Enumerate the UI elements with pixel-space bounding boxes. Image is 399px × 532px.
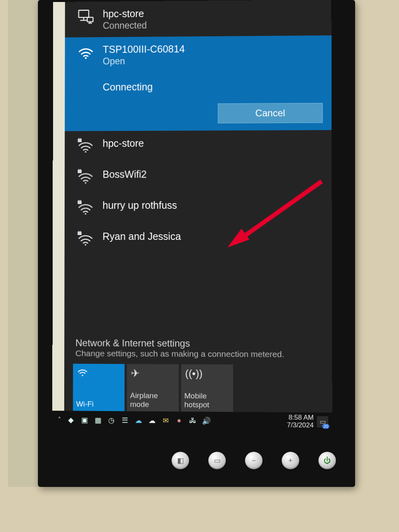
taskbar-app-2[interactable]: ▣ bbox=[79, 415, 90, 425]
svg-point-9 bbox=[85, 182, 87, 184]
wifi-tile[interactable]: Wi-Fi bbox=[73, 364, 124, 411]
action-center-button[interactable]: ▭ 20 bbox=[317, 416, 328, 427]
svg-point-7 bbox=[85, 151, 87, 153]
monitor-button-up: + bbox=[282, 452, 299, 469]
notification-count: 20 bbox=[322, 424, 330, 429]
hotspot-tile-label: Mobile hotspot bbox=[184, 392, 230, 409]
wifi-secured-icon bbox=[76, 137, 96, 156]
monitor-button-power: ⏻ bbox=[318, 452, 336, 469]
airplane-icon: ✈ bbox=[131, 367, 140, 380]
svg-point-15 bbox=[82, 375, 83, 376]
monitor-button-auto: ▭ bbox=[208, 452, 226, 469]
selected-wifi-state: Connecting bbox=[65, 80, 331, 93]
network-settings-title: Network & Internet settings bbox=[75, 337, 321, 350]
clock-date: 7/3/2024 bbox=[287, 421, 314, 429]
taskbar-app-cloud[interactable]: ☁ bbox=[147, 415, 157, 425]
wifi-secured-icon bbox=[76, 199, 96, 218]
wifi-network-name: hurry up rothfuss bbox=[103, 199, 320, 212]
tray-overflow-chevron-icon[interactable]: ˄ bbox=[56, 416, 63, 423]
ethernet-icon bbox=[76, 8, 95, 27]
wifi-tile-label: Wi-Fi bbox=[76, 399, 121, 409]
wifi-icon bbox=[77, 367, 88, 380]
hotspot-icon: ((•)) bbox=[185, 368, 203, 380]
airplane-mode-tile[interactable]: ✈ Airplane mode bbox=[127, 364, 179, 411]
tray-network-icon[interactable]: 🖧 bbox=[188, 415, 198, 426]
physical-monitor-buttons: ◧ ▭ − + ⏻ bbox=[172, 452, 336, 469]
taskbar-app-3[interactable]: ▦ bbox=[93, 415, 103, 425]
taskbar-clock[interactable]: 8:58 AM 7/3/2024 bbox=[287, 414, 314, 429]
selected-wifi-row[interactable]: TSP100III-C60814 Open bbox=[65, 36, 332, 73]
ethernet-status: Connected bbox=[103, 18, 320, 32]
svg-point-13 bbox=[85, 244, 86, 245]
taskbar-app-mail[interactable]: ✉ bbox=[160, 415, 171, 425]
wifi-network-name: BossWifi2 bbox=[103, 168, 320, 181]
monitor-button-menu: ◧ bbox=[172, 452, 189, 469]
taskbar-app-1[interactable]: ◆ bbox=[66, 415, 76, 425]
svg-rect-3 bbox=[87, 18, 93, 22]
wifi-secured-icon bbox=[75, 230, 95, 249]
airplane-tile-label: Airplane mode bbox=[130, 391, 176, 409]
monitor-button-down: − bbox=[245, 452, 263, 469]
taskbar-app-5[interactable]: ☰ bbox=[120, 415, 130, 425]
taskbar-app-onedrive[interactable]: ☁ bbox=[133, 415, 144, 425]
wifi-network-row[interactable]: Ryan and Jessica bbox=[65, 224, 332, 255]
taskbar: ˄ ◆ ▣ ▦ ◷ ☰ ☁ ☁ ✉ ● 🖧 🔊 8:58 AM 7/3/2024… bbox=[52, 411, 332, 431]
clock-time: 8:58 AM bbox=[287, 414, 314, 421]
network-settings-link[interactable]: Network & Internet settings Change setti… bbox=[64, 330, 332, 362]
wifi-open-icon bbox=[76, 44, 95, 63]
desktop-background-strip bbox=[52, 2, 65, 429]
ethernet-name: hpc-store bbox=[103, 6, 320, 20]
wifi-network-name: Ryan and Jessica bbox=[103, 230, 321, 243]
wifi-network-row[interactable]: hpc-store bbox=[65, 130, 332, 162]
svg-point-6 bbox=[85, 57, 87, 59]
wifi-network-row[interactable]: hurry up rothfuss bbox=[65, 192, 332, 224]
tray-volume-icon[interactable]: 🔊 bbox=[201, 415, 211, 426]
network-flyout: hpc-store Connected bbox=[64, 0, 332, 413]
quick-action-tiles: Wi-Fi ✈ Airplane mode ((•)) Mobile hotsp… bbox=[64, 361, 332, 413]
mobile-hotspot-tile[interactable]: ((•)) Mobile hotspot bbox=[181, 364, 233, 412]
wifi-secured-icon bbox=[76, 168, 96, 188]
selected-wifi-security: Open bbox=[103, 54, 320, 67]
svg-rect-0 bbox=[79, 10, 89, 18]
taskbar-app-4[interactable]: ◷ bbox=[106, 415, 117, 425]
wifi-network-name: hpc-store bbox=[103, 136, 320, 150]
ethernet-connection-row[interactable]: hpc-store Connected bbox=[65, 0, 332, 38]
svg-point-11 bbox=[85, 213, 86, 215]
cancel-button[interactable]: Cancel bbox=[218, 103, 323, 123]
selected-wifi-name: TSP100III-C60814 bbox=[103, 42, 320, 56]
screen-area: hpc-store Connected bbox=[52, 0, 332, 431]
available-networks-list: hpc-storeBossWifi2hurry up rothfussRyan … bbox=[65, 130, 332, 255]
network-settings-subtitle: Change settings, such as making a connec… bbox=[75, 348, 321, 359]
selected-wifi-block: TSP100III-C60814 Open Connecting Cancel bbox=[65, 36, 332, 131]
wifi-network-row[interactable]: BossWifi2 bbox=[65, 161, 332, 193]
taskbar-app-disc[interactable]: ● bbox=[174, 415, 184, 426]
